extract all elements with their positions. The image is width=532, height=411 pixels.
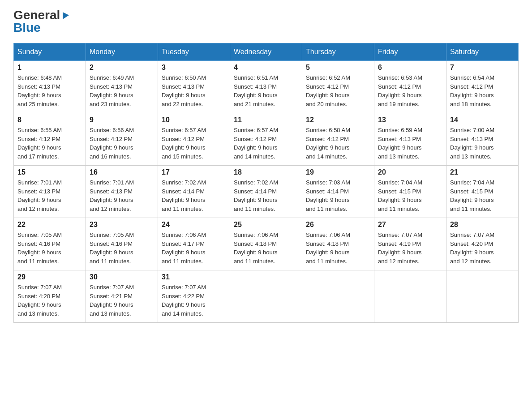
day-number: 2 xyxy=(90,64,154,72)
day-info: Sunrise: 7:00 AM Sunset: 4:13 PM Dayligh… xyxy=(450,126,515,161)
calendar-cell: 6 Sunrise: 6:53 AM Sunset: 4:12 PM Dayli… xyxy=(374,61,446,113)
day-info: Sunrise: 7:05 AM Sunset: 4:16 PM Dayligh… xyxy=(90,231,154,265)
day-number: 22 xyxy=(17,221,82,229)
day-number: 1 xyxy=(17,64,82,72)
calendar-cell: 14 Sunrise: 7:00 AM Sunset: 4:13 PM Dayl… xyxy=(446,113,519,166)
day-number: 29 xyxy=(17,273,82,281)
calendar-cell: 22 Sunrise: 7:05 AM Sunset: 4:16 PM Dayl… xyxy=(14,218,86,270)
calendar-cell: 10 Sunrise: 6:57 AM Sunset: 4:12 PM Dayl… xyxy=(158,113,230,166)
day-info: Sunrise: 6:56 AM Sunset: 4:12 PM Dayligh… xyxy=(90,126,154,161)
calendar-cell: 17 Sunrise: 7:02 AM Sunset: 4:14 PM Dayl… xyxy=(158,166,230,218)
week-row-5: 29 Sunrise: 7:07 AM Sunset: 4:20 PM Dayl… xyxy=(14,270,519,323)
week-row-3: 15 Sunrise: 7:01 AM Sunset: 4:13 PM Dayl… xyxy=(14,166,519,218)
day-info: Sunrise: 7:06 AM Sunset: 4:18 PM Dayligh… xyxy=(234,231,298,265)
calendar-cell: 21 Sunrise: 7:04 AM Sunset: 4:15 PM Dayl… xyxy=(446,166,519,218)
day-number: 31 xyxy=(162,273,226,281)
day-number: 21 xyxy=(450,168,515,176)
calendar-cell: 19 Sunrise: 7:03 AM Sunset: 4:14 PM Dayl… xyxy=(302,166,374,218)
day-number: 25 xyxy=(234,221,298,229)
day-number: 23 xyxy=(90,221,154,229)
day-info: Sunrise: 7:07 AM Sunset: 4:20 PM Dayligh… xyxy=(17,283,82,318)
day-info: Sunrise: 6:52 AM Sunset: 4:12 PM Dayligh… xyxy=(306,73,370,108)
logo-general-text: General xyxy=(13,9,60,21)
weekday-header-tuesday: Tuesday xyxy=(158,43,230,61)
calendar-cell: 3 Sunrise: 6:50 AM Sunset: 4:13 PM Dayli… xyxy=(158,61,230,113)
day-info: Sunrise: 7:02 AM Sunset: 4:14 PM Dayligh… xyxy=(162,178,226,213)
day-info: Sunrise: 6:54 AM Sunset: 4:12 PM Dayligh… xyxy=(450,73,515,108)
day-number: 13 xyxy=(378,116,442,124)
calendar-cell: 24 Sunrise: 7:06 AM Sunset: 4:17 PM Dayl… xyxy=(158,218,230,270)
logo-blue-text: Blue xyxy=(13,21,41,34)
calendar-cell: 18 Sunrise: 7:02 AM Sunset: 4:14 PM Dayl… xyxy=(230,166,302,218)
weekday-header-sunday: Sunday xyxy=(14,43,86,61)
day-number: 7 xyxy=(450,64,515,72)
day-info: Sunrise: 7:07 AM Sunset: 4:20 PM Dayligh… xyxy=(450,231,515,265)
day-info: Sunrise: 7:04 AM Sunset: 4:15 PM Dayligh… xyxy=(378,178,442,213)
day-info: Sunrise: 7:07 AM Sunset: 4:22 PM Dayligh… xyxy=(162,283,226,318)
calendar-cell xyxy=(302,270,374,323)
day-number: 19 xyxy=(306,168,370,176)
week-row-2: 8 Sunrise: 6:55 AM Sunset: 4:12 PM Dayli… xyxy=(14,113,519,166)
weekday-header-saturday: Saturday xyxy=(446,43,519,61)
calendar-cell: 5 Sunrise: 6:52 AM Sunset: 4:12 PM Dayli… xyxy=(302,61,374,113)
logo: General Blue xyxy=(13,9,70,34)
calendar-cell: 12 Sunrise: 6:58 AM Sunset: 4:12 PM Dayl… xyxy=(302,113,374,166)
day-info: Sunrise: 7:04 AM Sunset: 4:15 PM Dayligh… xyxy=(450,178,515,213)
week-row-1: 1 Sunrise: 6:48 AM Sunset: 4:13 PM Dayli… xyxy=(14,61,519,113)
weekday-header-friday: Friday xyxy=(374,43,446,61)
calendar-table: SundayMondayTuesdayWednesdayThursdayFrid… xyxy=(13,43,519,323)
day-info: Sunrise: 6:58 AM Sunset: 4:12 PM Dayligh… xyxy=(306,126,370,161)
calendar-cell: 2 Sunrise: 6:49 AM Sunset: 4:13 PM Dayli… xyxy=(86,61,158,113)
calendar-cell: 28 Sunrise: 7:07 AM Sunset: 4:20 PM Dayl… xyxy=(446,218,519,270)
day-info: Sunrise: 6:48 AM Sunset: 4:13 PM Dayligh… xyxy=(17,73,82,108)
day-number: 18 xyxy=(234,168,298,176)
calendar-cell: 13 Sunrise: 6:59 AM Sunset: 4:13 PM Dayl… xyxy=(374,113,446,166)
calendar-cell xyxy=(230,270,302,323)
day-number: 17 xyxy=(162,168,226,176)
day-number: 24 xyxy=(162,221,226,229)
day-info: Sunrise: 6:57 AM Sunset: 4:12 PM Dayligh… xyxy=(162,126,226,161)
day-info: Sunrise: 7:07 AM Sunset: 4:21 PM Dayligh… xyxy=(90,283,154,318)
day-info: Sunrise: 7:07 AM Sunset: 4:19 PM Dayligh… xyxy=(378,231,442,265)
day-number: 4 xyxy=(234,64,298,72)
day-number: 11 xyxy=(234,116,298,124)
day-info: Sunrise: 7:02 AM Sunset: 4:14 PM Dayligh… xyxy=(234,178,298,213)
calendar-cell: 8 Sunrise: 6:55 AM Sunset: 4:12 PM Dayli… xyxy=(14,113,86,166)
day-number: 16 xyxy=(90,168,154,176)
weekday-header-wednesday: Wednesday xyxy=(230,43,302,61)
day-number: 14 xyxy=(450,116,515,124)
day-info: Sunrise: 7:03 AM Sunset: 4:14 PM Dayligh… xyxy=(306,178,370,213)
calendar-cell: 4 Sunrise: 6:51 AM Sunset: 4:13 PM Dayli… xyxy=(230,61,302,113)
day-number: 9 xyxy=(90,116,154,124)
calendar-cell: 9 Sunrise: 6:56 AM Sunset: 4:12 PM Dayli… xyxy=(86,113,158,166)
day-number: 6 xyxy=(378,64,442,72)
calendar-cell: 1 Sunrise: 6:48 AM Sunset: 4:13 PM Dayli… xyxy=(14,61,86,113)
calendar-cell: 26 Sunrise: 7:06 AM Sunset: 4:18 PM Dayl… xyxy=(302,218,374,270)
day-number: 28 xyxy=(450,221,515,229)
calendar-cell: 30 Sunrise: 7:07 AM Sunset: 4:21 PM Dayl… xyxy=(86,270,158,323)
day-number: 15 xyxy=(17,168,82,176)
weekday-header-monday: Monday xyxy=(86,43,158,61)
day-info: Sunrise: 6:49 AM Sunset: 4:13 PM Dayligh… xyxy=(90,73,154,108)
day-number: 10 xyxy=(162,116,226,124)
calendar-cell: 27 Sunrise: 7:07 AM Sunset: 4:19 PM Dayl… xyxy=(374,218,446,270)
logo-triangle-icon xyxy=(60,10,70,20)
day-info: Sunrise: 7:01 AM Sunset: 4:13 PM Dayligh… xyxy=(17,178,82,213)
calendar-cell xyxy=(446,270,519,323)
svg-marker-0 xyxy=(63,12,69,19)
day-number: 20 xyxy=(378,168,442,176)
day-info: Sunrise: 7:06 AM Sunset: 4:17 PM Dayligh… xyxy=(162,231,226,265)
day-number: 27 xyxy=(378,221,442,229)
day-info: Sunrise: 6:59 AM Sunset: 4:13 PM Dayligh… xyxy=(378,126,442,161)
day-number: 30 xyxy=(90,273,154,281)
calendar-cell: 31 Sunrise: 7:07 AM Sunset: 4:22 PM Dayl… xyxy=(158,270,230,323)
day-info: Sunrise: 6:57 AM Sunset: 4:12 PM Dayligh… xyxy=(234,126,298,161)
calendar-cell: 23 Sunrise: 7:05 AM Sunset: 4:16 PM Dayl… xyxy=(86,218,158,270)
day-info: Sunrise: 6:55 AM Sunset: 4:12 PM Dayligh… xyxy=(17,126,82,161)
day-number: 8 xyxy=(17,116,82,124)
page-header: General Blue xyxy=(13,9,519,34)
day-number: 12 xyxy=(306,116,370,124)
calendar-cell: 11 Sunrise: 6:57 AM Sunset: 4:12 PM Dayl… xyxy=(230,113,302,166)
weekday-header-row: SundayMondayTuesdayWednesdayThursdayFrid… xyxy=(14,43,519,61)
calendar-cell: 20 Sunrise: 7:04 AM Sunset: 4:15 PM Dayl… xyxy=(374,166,446,218)
